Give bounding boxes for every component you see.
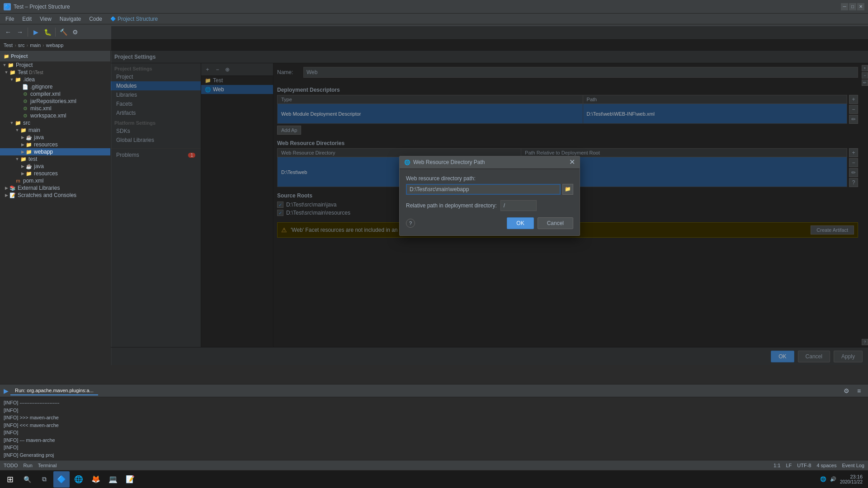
menu-edit[interactable]: Edit [19,15,35,23]
taskbar-edge[interactable]: 🌐 [71,471,87,488]
relative-label: Relative path in deployment directory: [406,202,497,209]
status-encoding[interactable]: UTF-8 [797,463,811,468]
run-line: [INFO] >>> maven-arche [4,414,864,422]
tree-item-main[interactable]: ▼ 📁 main [0,127,110,134]
dialog-title-text: Web Resource Directory Path [413,159,485,165]
taskbar-app3[interactable]: 💻 [105,471,121,488]
status-run[interactable]: Run [24,463,33,468]
menu-navigate[interactable]: Navigate [56,15,85,23]
path-input[interactable] [406,184,561,195]
tree-item-workspace[interactable]: ⚙ workspace.xml [0,112,110,119]
status-terminal[interactable]: Terminal [38,463,57,468]
menu-file[interactable]: File [2,15,18,23]
dialog-title-content: 🌐 Web Resource Directory Path [404,159,485,165]
system-tray: 🌐 🔊 23:16 2020/11/22 [816,474,866,484]
dialog-title-icon: 🌐 [404,160,410,165]
taskview-button[interactable]: ⧉ [36,471,52,488]
tree-item-src[interactable]: ▼ 📁 src [0,119,110,127]
start-button[interactable]: ⊞ [2,471,18,488]
minimize-button[interactable]: ─ [841,3,848,10]
tree-item-test-java[interactable]: ▶ ☕ java [0,163,110,170]
breadcrumb-webapp[interactable]: webapp [46,42,64,48]
breadcrumb-main[interactable]: main [30,42,41,48]
tree-item-compiler[interactable]: ⚙ compiler.xml [0,90,110,98]
breadcrumb-test[interactable]: Test [4,42,13,48]
title-bar: 🔷 Test – Project Structure ─ □ ✕ [0,0,868,14]
run-icon[interactable]: ▶ [4,387,9,394]
status-indent[interactable]: 4 spaces [816,463,836,468]
wrd-dialog: 🌐 Web Resource Directory Path ✕ Web reso… [399,156,580,236]
settings-button[interactable]: ⚙ [70,27,80,38]
taskbar-intellij[interactable]: 🔷 [53,471,70,488]
tree-item-idea[interactable]: ▼ 📁 .idea [0,76,110,83]
forward-button[interactable]: → [14,27,25,38]
project-tree-panel: 📁 Project ▼ 📁 Project ▼ 📁 Test D:\Test ▼… [0,51,111,365]
tree-item-scratches[interactable]: ▶ 📝 Scratches and Consoles [0,192,110,199]
tray-network[interactable]: 🌐 [820,476,826,482]
relative-path-row: Relative path in deployment directory: [406,200,573,211]
dialog-cancel-button[interactable]: Cancel [538,217,573,229]
path-label: Web resource directory path: [406,175,573,182]
run-line: [INFO] [4,429,864,436]
status-line-sep[interactable]: LF [786,463,792,468]
dialog-footer: ? OK Cancel [400,217,580,235]
tree-item-resources[interactable]: ▶ 📁 resources [0,141,110,148]
status-bar: TODO Run Terminal 1:1 LF UTF-8 4 spaces … [0,460,868,470]
menu-code[interactable]: Code [85,15,106,23]
project-tree-header: 📁 Project [0,51,110,61]
app-icon: 🔷 [4,3,11,10]
run-line: [INFO] [4,444,864,451]
run-line: [INFO] --- maven-arche [4,436,864,444]
taskbar-firefox[interactable]: 🦊 [88,471,104,488]
taskbar-app4[interactable]: 📝 [122,471,138,488]
tree-item-pom[interactable]: m pom.xml [0,177,110,184]
status-todo[interactable]: TODO [4,463,18,468]
tree-item-test[interactable]: ▼ 📁 Test D:\Test [0,69,110,76]
path-input-row: 📁 [406,184,573,195]
tree-item-misc[interactable]: ⚙ misc.xml [0,105,110,112]
tree-item-gitignore[interactable]: 📄 .gitignore [0,83,110,90]
tree-item-jarrepos[interactable]: ⚙ jarRepositories.xml [0,98,110,105]
tree-item-project[interactable]: ▼ 📁 Project [0,61,110,69]
tree-item-test-dir[interactable]: ▼ 📁 test [0,155,110,163]
run-button[interactable]: ▶ [30,27,41,38]
back-button[interactable]: ← [3,27,14,38]
run-settings-button[interactable]: ⚙ [841,385,852,396]
run-panel-header: ▶ Run: org.apache.maven.plugins:a... ⚙ ≡ [0,385,868,397]
dialog-close-button[interactable]: ✕ [569,159,575,166]
status-position[interactable]: 1:1 [774,463,780,468]
windows-taskbar: ⊞ 🔍 ⧉ 🔷 🌐 🦊 💻 📝 🌐 🔊 23:16 2020/11/22 [0,470,868,488]
run-line: [INFO] Generating proj [4,451,864,459]
debug-button[interactable]: 🐛 [42,27,53,38]
menu-view[interactable]: View [36,15,55,23]
modal-overlay: 🌐 Web Resource Directory Path ✕ Web reso… [111,26,868,365]
menu-project-structure[interactable]: 🔷 Project Structure [107,15,161,23]
window-title: Test – Project Structure [14,4,70,10]
search-button[interactable]: 🔍 [19,471,35,488]
maximize-button[interactable]: □ [849,3,856,10]
clock[interactable]: 23:16 2020/11/22 [840,474,863,484]
breadcrumb-src[interactable]: src [18,42,25,48]
tree-item-test-resources[interactable]: ▶ 📁 resources [0,170,110,177]
dialog-body: Web resource directory path: 📁 Relative … [400,169,580,217]
run-tab[interactable]: Run: org.apache.maven.plugins:a... [10,386,98,395]
tree-item-external-libs[interactable]: ▶ 📚 External Libraries [0,184,110,192]
close-button[interactable]: ✕ [857,3,864,10]
dialog-buttons: OK Cancel [507,217,573,229]
dialog-title-bar: 🌐 Web Resource Directory Path ✕ [400,156,580,169]
menu-bar: File Edit View Navigate Code 🔷 Project S… [0,14,868,24]
run-line: [INFO] <<< maven-arche [4,422,864,429]
tray-volume[interactable]: 🔊 [830,476,836,482]
build-button[interactable]: 🔨 [58,27,69,38]
run-line: [INFO] ------------------------ [4,399,864,407]
run-scroll-button[interactable]: ≡ [854,385,864,396]
dialog-ok-button[interactable]: OK [507,217,533,229]
browse-button[interactable]: 📁 [562,184,573,195]
tree-item-java[interactable]: ▶ ☕ java [0,134,110,141]
dialog-help-button[interactable]: ? [406,219,415,228]
relative-input[interactable] [500,200,537,211]
status-event-log[interactable]: Event Log [842,463,864,468]
run-line: [INFO] [4,407,864,414]
tree-item-webapp[interactable]: ▶ 📁 webapp [0,148,110,155]
